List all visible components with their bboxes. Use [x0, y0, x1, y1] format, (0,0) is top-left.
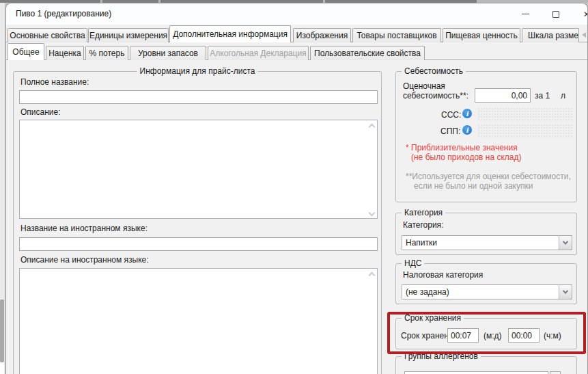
- shelf-life-hours-minutes-input[interactable]: [508, 328, 540, 343]
- tab-alcohol-declaration: Алкогольная Декларация: [208, 46, 309, 60]
- category-dropdown-value: Напитки: [406, 238, 437, 248]
- close-button[interactable]: ✕: [571, 3, 588, 25]
- tab-custom-properties[interactable]: Пользовательские свойства: [310, 46, 425, 60]
- tab-images[interactable]: Изображения: [293, 28, 351, 42]
- price-info-group: Информация для прайс-листа Полное назван…: [13, 71, 382, 374]
- description-label: Описание:: [20, 107, 61, 117]
- category-dropdown[interactable]: Напитки: [402, 235, 572, 250]
- tab-size-scale[interactable]: Шкала размер: [522, 28, 579, 42]
- tab-stock-levels[interactable]: Уровни запасов: [130, 46, 206, 60]
- foreign-name-input[interactable]: [19, 237, 378, 251]
- cpp-disabled-field: [477, 124, 574, 138]
- vat-group: НДС Налоговая категория (не задана): [395, 263, 577, 304]
- info-icon[interactable]: i: [462, 109, 472, 118]
- category-group: Категория Категория: Напитки: [395, 213, 577, 255]
- tab-general[interactable]: Общее: [8, 43, 44, 60]
- cost-group-title: Себестоимость: [402, 66, 466, 76]
- foreign-name-label: Название на иностранном языке:: [20, 224, 148, 233]
- dropdown-button[interactable]: [559, 236, 572, 250]
- foreign-description-textarea[interactable]: [19, 268, 378, 374]
- per-unit-label: за 1: [535, 91, 550, 101]
- background-scrollbar-thumb[interactable]: [0, 299, 4, 362]
- months-days-hint: (м:д): [484, 331, 502, 340]
- category-group-title: Категория: [402, 208, 445, 217]
- window-title: Пиво 1 (редактирование): [16, 3, 111, 25]
- shelf-life-months-days-input[interactable]: [447, 328, 479, 343]
- tab-main-properties[interactable]: Основные свойства: [8, 28, 87, 42]
- edit-dialog-window: Пиво 1 (редактирование) ✕ Основные свойс…: [5, 3, 588, 374]
- price-info-group-title: Информация для прайс-листа: [137, 66, 258, 76]
- close-icon: ✕: [583, 10, 588, 19]
- ccc-disabled-field: [477, 107, 574, 122]
- category-label: Категория:: [403, 220, 443, 230]
- allergens-picker-button[interactable]: [550, 371, 561, 374]
- tab-loss-percent[interactable]: % потерь: [85, 46, 128, 60]
- maximize-button[interactable]: [540, 3, 572, 25]
- tab-nutrition[interactable]: Пищевая ценность: [443, 28, 520, 42]
- main-tab-strip: Основные свойства Единицы измерения Допо…: [6, 25, 587, 42]
- tab-markup[interactable]: Наценка: [46, 46, 84, 60]
- foreign-description-label: Описание на иностранном языке:: [20, 255, 149, 265]
- hours-minutes-hint: (ч:м): [544, 331, 561, 340]
- usage-note-line2: если не было ни одной закупки: [414, 181, 533, 191]
- approx-note-line1: * Приблизительные значения: [406, 143, 518, 152]
- background-strip-bottom: [0, 362, 4, 374]
- sub-tab-strip: Общее Наценка % потерь Уровни запасов Ал…: [6, 43, 587, 60]
- minimize-button[interactable]: [509, 3, 541, 25]
- tab-scroll-left-button[interactable]: [580, 29, 588, 40]
- shelf-life-group-title: Срок хранения: [402, 313, 464, 323]
- description-textarea[interactable]: [19, 120, 378, 219]
- unit-label: л: [561, 91, 565, 101]
- background-scrollbar-strip: [0, 3, 5, 374]
- usage-note-line1: **Используется для оценки себестоимости,: [406, 172, 571, 181]
- tax-category-label: Налоговая категория: [403, 270, 483, 280]
- info-icon[interactable]: i: [462, 125, 472, 135]
- allergens-input[interactable]: [404, 371, 548, 374]
- vat-group-title: НДС: [402, 258, 424, 268]
- dropdown-button[interactable]: [559, 285, 572, 299]
- titlebar: Пиво 1 (редактирование) ✕: [6, 3, 587, 25]
- chevron-down-icon: [563, 288, 568, 293]
- estimated-cost-label-line2: себестоимость**:: [403, 91, 468, 101]
- cpp-label: СПП:: [440, 126, 460, 136]
- tab-supplier-goods[interactable]: Товары поставщиков: [352, 28, 441, 42]
- full-name-label: Полное название:: [20, 77, 89, 87]
- tab-scroll-left-icon: [582, 32, 586, 38]
- tab-units[interactable]: Единицы измерения: [88, 28, 169, 42]
- tax-category-dropdown[interactable]: (не задана): [402, 284, 572, 299]
- shelf-life-group: Срок хранения Срок хранения: (м:д) (ч:м): [395, 318, 577, 349]
- chevron-down-icon: [563, 239, 568, 244]
- screen: Пиво 1 (редактирование) ✕ Основные свойс…: [0, 0, 588, 374]
- estimated-cost-input[interactable]: [475, 88, 531, 103]
- ccc-label: ССС:: [441, 110, 461, 120]
- estimated-cost-label-line1: Оценочная: [403, 81, 445, 91]
- full-name-input[interactable]: [19, 90, 378, 104]
- tax-category-dropdown-value: (не задана): [406, 287, 449, 297]
- maximize-icon: [552, 11, 559, 18]
- allergens-group-title: Группы аллергенов: [402, 351, 481, 361]
- cost-group: Себестоимость Оценочная себестоимость**:…: [395, 71, 577, 202]
- minimize-icon: [522, 14, 529, 14]
- allergens-group: Группы аллергенов: [395, 356, 577, 374]
- approx-note-line2: (не было приходов на склад): [411, 152, 522, 162]
- tab-additional-info[interactable]: Дополнительная информация: [169, 25, 291, 42]
